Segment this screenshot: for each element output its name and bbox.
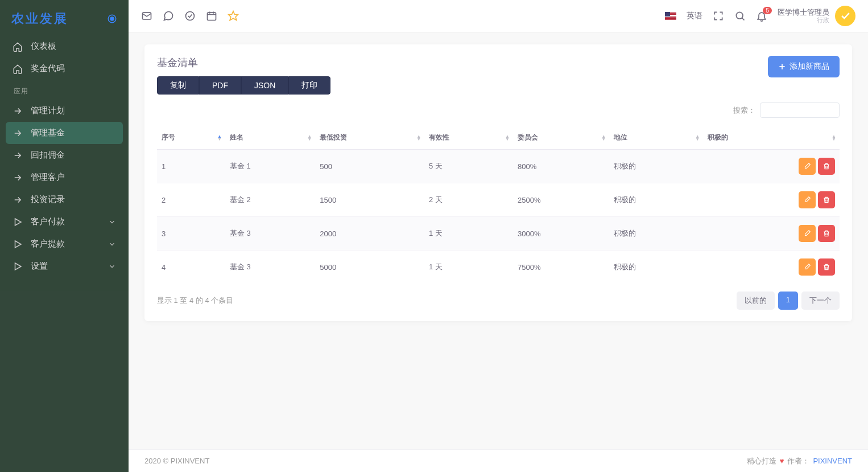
sidebar-item-0[interactable]: 管理计划 xyxy=(6,100,123,122)
card-title: 基金清单 xyxy=(157,56,330,69)
col-label: 最低投资 xyxy=(320,133,347,141)
plus-icon xyxy=(778,63,786,71)
cell-actions xyxy=(703,183,840,217)
fullscreen-icon[interactable] xyxy=(713,10,724,22)
footer: 2020 © PIXINVENT 精心打造 ♥ 作者： PIXINVENT xyxy=(129,449,868,472)
sidebar-item-label: 客户付款 xyxy=(31,216,65,227)
export-json[interactable]: JSON xyxy=(241,76,288,95)
avatar xyxy=(835,6,855,26)
sidebar-item-2[interactable]: 回扣佣金 xyxy=(6,144,123,166)
search-icon[interactable] xyxy=(734,10,746,22)
col-0[interactable]: 序号▲▼ xyxy=(157,126,225,150)
sidebar-item-5[interactable]: 客户付款 xyxy=(6,211,123,233)
flag-icon[interactable] xyxy=(665,12,676,20)
sidebar-item-dashboard[interactable]: 仪表板 xyxy=(6,35,123,58)
nav: 仪表板 奖金代码 应用 管理计划管理基金回扣佣金管理客户投资记录客户付款客户提款… xyxy=(0,33,129,280)
sort-icon: ▲▼ xyxy=(307,135,312,141)
add-new-label: 添加新商品 xyxy=(790,61,829,72)
chevron-down-icon xyxy=(108,240,116,248)
sidebar-item-4[interactable]: 投资记录 xyxy=(6,188,123,211)
sidebar-item-1[interactable]: 管理基金 xyxy=(6,122,123,144)
delete-button[interactable] xyxy=(818,158,835,175)
search-input[interactable] xyxy=(760,102,840,118)
sidebar-item-3[interactable]: 管理客户 xyxy=(6,166,123,188)
pager-prev[interactable]: 以前的 xyxy=(737,292,775,310)
col-5[interactable]: 地位▲▼ xyxy=(609,126,703,150)
arrow-icon xyxy=(13,195,25,205)
main: 英语 5 医学博士管理员 行政 基金清单 复制PDFJSON打印 xyxy=(129,0,868,472)
user-role: 行政 xyxy=(778,17,829,24)
bell-icon[interactable]: 5 xyxy=(756,10,767,22)
nav-section-header: 应用 xyxy=(6,80,123,100)
col-label: 地位 xyxy=(614,133,627,141)
arrow-icon xyxy=(13,173,25,183)
star-icon[interactable] xyxy=(228,10,239,22)
play-icon xyxy=(13,261,25,272)
cell-actions xyxy=(703,217,840,251)
cell-comm: 7500% xyxy=(513,251,609,284)
table-row: 4基金 350001 天7500%积极的 xyxy=(157,251,840,284)
pager-next[interactable]: 下一个 xyxy=(801,292,840,310)
play-icon xyxy=(13,217,25,227)
cell-n: 1 xyxy=(157,150,225,183)
delete-button[interactable] xyxy=(818,225,835,242)
col-4[interactable]: 委员会▲▼ xyxy=(513,126,609,150)
cell-name: 基金 3 xyxy=(225,251,315,284)
cell-min: 500 xyxy=(315,150,424,183)
language-select[interactable]: 英语 xyxy=(687,11,702,21)
col-6[interactable]: 积极的▲▼ xyxy=(703,126,840,150)
export-复制[interactable]: 复制 xyxy=(157,76,199,95)
topbar: 英语 5 医学博士管理员 行政 xyxy=(129,0,868,32)
add-new-button[interactable]: 添加新商品 xyxy=(768,56,840,77)
col-1[interactable]: 姓名▲▼ xyxy=(225,126,315,150)
mail-icon[interactable] xyxy=(141,10,152,22)
pager-page-1[interactable]: 1 xyxy=(778,292,798,310)
cell-valid: 2 天 xyxy=(424,183,513,217)
col-label: 委员会 xyxy=(518,133,538,141)
export-打印[interactable]: 打印 xyxy=(288,76,330,95)
sidebar-item-label: 管理计划 xyxy=(31,105,65,116)
edit-button[interactable] xyxy=(799,225,816,242)
cell-actions xyxy=(703,251,840,284)
col-2[interactable]: 最低投资▲▼ xyxy=(315,126,424,150)
sidebar-item-label: 回扣佣金 xyxy=(31,150,65,161)
sort-icon: ▲▼ xyxy=(832,135,836,141)
table-info: 显示 1 至 4 的 4 个条目 xyxy=(157,295,233,306)
brand-title[interactable]: 农业发展 xyxy=(11,10,68,27)
arrow-icon xyxy=(13,106,25,116)
search-row: 搜索： xyxy=(157,102,840,118)
svg-marker-3 xyxy=(15,241,22,248)
sidebar-item-6[interactable]: 客户提款 xyxy=(6,233,123,255)
svg-point-9 xyxy=(736,12,743,19)
sidebar-item-bonus[interactable]: 奖金代码 xyxy=(6,58,123,80)
export-pdf[interactable]: PDF xyxy=(199,76,241,95)
chat-icon[interactable] xyxy=(163,10,174,22)
user-menu[interactable]: 医学博士管理员 行政 xyxy=(778,6,855,26)
footer-by[interactable]: PIXINVENT xyxy=(813,457,852,465)
svg-marker-4 xyxy=(15,263,22,270)
sidebar-item-7[interactable]: 设置 xyxy=(6,255,123,277)
sort-icon: ▲▼ xyxy=(695,135,700,141)
data-table: 序号▲▼姓名▲▼最低投资▲▼有效性▲▼委员会▲▼地位▲▼积极的▲▼ 1基金 15… xyxy=(157,126,840,284)
target-icon[interactable] xyxy=(107,14,117,24)
table-row: 2基金 215002 天2500%积极的 xyxy=(157,183,840,217)
sidebar-item-label: 仪表板 xyxy=(31,41,56,52)
delete-button[interactable] xyxy=(818,258,835,276)
delete-button[interactable] xyxy=(818,191,835,208)
cell-status: 积极的 xyxy=(609,183,703,217)
topbar-left xyxy=(141,10,239,22)
col-3[interactable]: 有效性▲▼ xyxy=(424,126,513,150)
cell-min: 2000 xyxy=(315,217,424,251)
calendar-icon[interactable] xyxy=(206,10,217,22)
edit-button[interactable] xyxy=(799,258,816,276)
footer-by-label: 作者： xyxy=(787,456,809,466)
sidebar-item-label: 管理基金 xyxy=(31,128,65,138)
cell-status: 积极的 xyxy=(609,251,703,284)
sort-icon: ▲▼ xyxy=(217,135,222,141)
table-row: 3基金 320001 天3000%积极的 xyxy=(157,217,840,251)
edit-button[interactable] xyxy=(799,191,816,208)
check-icon[interactable] xyxy=(184,10,196,22)
edit-button[interactable] xyxy=(799,158,816,175)
footer-left: 2020 © PIXINVENT xyxy=(144,457,209,465)
col-label: 姓名 xyxy=(230,133,243,141)
